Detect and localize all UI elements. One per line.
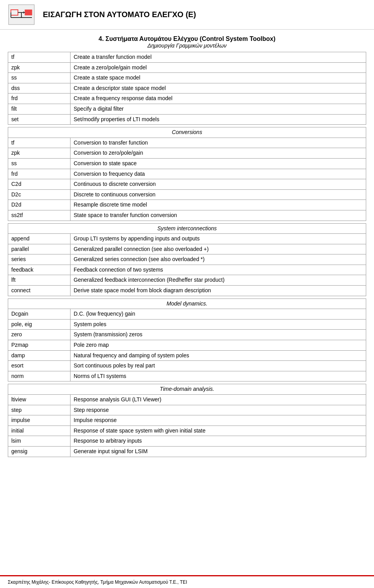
group-header-label-2: System interconnections <box>8 223 366 234</box>
table-row: lsimResponse to arbitrary inputs <box>8 436 366 447</box>
row-key: zero <box>8 330 71 340</box>
table-row: parallelGeneralized parallel connection … <box>8 244 366 254</box>
row-value: Generalized feedback interconnection (Re… <box>71 275 366 286</box>
row-key: tf <box>8 52 71 63</box>
row-key: tf <box>8 138 71 148</box>
footer-text: Σκαρπέτης Μιχάλης- Επίκουρος Καθηγητής, … <box>8 579 187 585</box>
row-key: Dcgain <box>8 309 71 320</box>
row-key: lsim <box>8 436 71 447</box>
row-value: System (transmission) zeros <box>71 330 366 340</box>
main-content: 4. Συστήματα Αυτομάτου Ελέγχου (Control … <box>0 34 374 483</box>
table-row: dssCreate a descriptor state space model <box>8 83 366 94</box>
table-row: ssCreate a state space model <box>8 73 366 83</box>
row-key: pole, eig <box>8 319 71 330</box>
row-value: Set/modify properties of LTI models <box>71 114 366 125</box>
row-value: Natural frequency and damping of system … <box>71 350 366 361</box>
group-header-2: System interconnections <box>8 223 366 234</box>
row-key: filt <box>8 104 71 114</box>
row-key: D2d <box>8 200 71 210</box>
table-row: frdConversion to frequency data <box>8 169 366 179</box>
page-footer: Σκαρπέτης Μιχάλης- Επίκουρος Καθηγητής, … <box>0 575 374 588</box>
row-key: gensig <box>8 446 71 457</box>
row-value: Step response <box>71 405 366 415</box>
table-row: stepStep response <box>8 405 366 415</box>
group-header-1: Conversions <box>8 127 366 138</box>
group-table-0: tfCreate a transfer function modelzpkCre… <box>8 52 366 125</box>
row-value: Discrete to continuous conversion <box>71 189 366 200</box>
table-row: lftGeneralized feedback interconnection … <box>8 275 366 286</box>
table-row: ssConversion to state space <box>8 158 366 169</box>
section-subtitle: Δημιουργία Γραμμικών μοντέλων <box>8 42 366 49</box>
table-row: D2dResample discrete time model <box>8 200 366 210</box>
table-row: impulseImpulse response <box>8 415 366 426</box>
group-table-3: Model dynamics.DcgainD.C. (low frequency… <box>8 298 366 382</box>
row-key: dss <box>8 83 71 94</box>
row-value: Specify a digital filter <box>71 104 366 114</box>
row-key: zpk <box>8 148 71 159</box>
table-row: appendGroup LTI systems by appending inp… <box>8 234 366 244</box>
table-row: ltiviewResponse analysis GUI (LTI Viewer… <box>8 395 366 405</box>
table-row: tfCreate a transfer function model <box>8 52 366 63</box>
group-table-1: ConversionstfConversion to transfer func… <box>8 127 366 221</box>
table-row: D2cDiscrete to continuous conversion <box>8 189 366 200</box>
row-value: Sort continuous poles by real part <box>71 361 366 371</box>
table-row: zpkCreate a zero/pole/gain model <box>8 62 366 73</box>
row-value: Response of state space system with give… <box>71 426 366 436</box>
row-value: Pole zero map <box>71 340 366 351</box>
row-key: set <box>8 114 71 125</box>
row-key: impulse <box>8 415 71 426</box>
table-row: C2dContinuous to discrete conversion <box>8 179 366 190</box>
table-row: initialResponse of state space system wi… <box>8 426 366 436</box>
row-value: Conversion to frequency data <box>71 169 366 179</box>
row-value: Create a descriptor state space model <box>71 83 366 94</box>
table-row: zeroSystem (transmission) zeros <box>8 330 366 340</box>
row-value: Conversion to state space <box>71 158 366 169</box>
row-key: D2c <box>8 189 71 200</box>
row-key: norm <box>8 371 71 381</box>
table-row: feedbackFeedback connection of two syste… <box>8 265 366 275</box>
row-value: Derive state space model from block diag… <box>71 286 366 296</box>
table-row: ss2tfState space to transfer function co… <box>8 210 366 221</box>
row-value: Create a frequency response data model <box>71 94 366 104</box>
row-key: frd <box>8 94 71 104</box>
table-row: DcgainD.C. (low frequency) gain <box>8 309 366 320</box>
row-key: esort <box>8 361 71 371</box>
group-header-4: Time-domain analysis. <box>8 384 366 395</box>
table-row: setSet/modify properties of LTI models <box>8 114 366 125</box>
group-header-label-3: Model dynamics. <box>8 298 366 309</box>
group-table-4: Time-domain analysis.ltiviewResponse ana… <box>8 384 366 457</box>
group-header-3: Model dynamics. <box>8 298 366 309</box>
row-key: lft <box>8 275 71 286</box>
svg-rect-2 <box>25 10 32 15</box>
row-value: Create a zero/pole/gain model <box>71 62 366 73</box>
table-row: PzmapPole zero map <box>8 340 366 351</box>
table-row: filtSpecify a digital filter <box>8 104 366 114</box>
row-value: Impulse response <box>71 415 366 426</box>
row-value: Create a state space model <box>71 73 366 83</box>
row-value: Norms of LTI systems <box>71 371 366 381</box>
table-row: tfConversion to transfer function <box>8 138 366 148</box>
row-value: Response analysis GUI (LTI Viewer) <box>71 395 366 405</box>
row-key: ltiview <box>8 395 71 405</box>
row-key: ss <box>8 158 71 169</box>
row-key: initial <box>8 426 71 436</box>
row-key: parallel <box>8 244 71 254</box>
table-row: pole, eigSystem poles <box>8 319 366 330</box>
row-value: Resample discrete time model <box>71 200 366 210</box>
group-header-label-1: Conversions <box>8 127 366 138</box>
row-value: Create a transfer function model <box>71 52 366 63</box>
row-key: Pzmap <box>8 340 71 351</box>
row-value: Generalized parallel connection (see als… <box>71 244 366 254</box>
row-key: C2d <box>8 179 71 190</box>
table-row: dampNatural frequency and damping of sys… <box>8 350 366 361</box>
row-value: Feedback connection of two systems <box>71 265 366 275</box>
table-row: frdCreate a frequency response data mode… <box>8 94 366 104</box>
row-value: D.C. (low frequency) gain <box>71 309 366 320</box>
row-key: frd <box>8 169 71 179</box>
group-header-label-4: Time-domain analysis. <box>8 384 366 395</box>
tables-container: tfCreate a transfer function modelzpkCre… <box>8 52 366 457</box>
table-row: zpkConversion to zero/pole/gain <box>8 148 366 159</box>
row-key: damp <box>8 350 71 361</box>
section-title-text: 4. Συστήματα Αυτομάτου Ελέγχου (Control … <box>8 35 366 42</box>
table-row: esortSort continuous poles by real part <box>8 361 366 371</box>
